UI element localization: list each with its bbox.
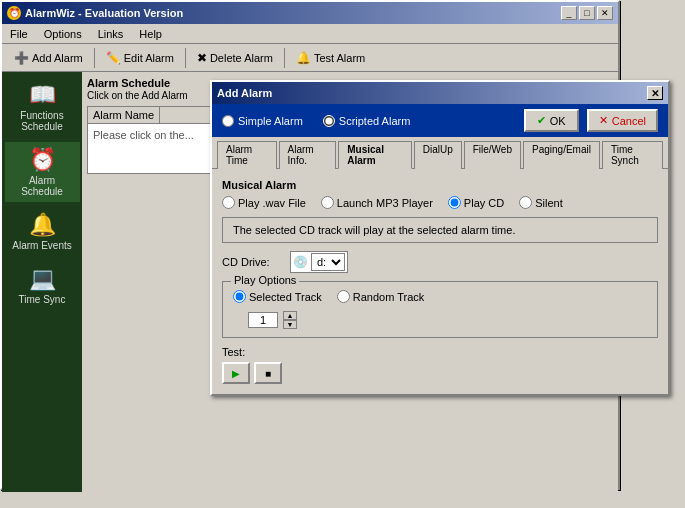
dialog-body: Musical Alarm Play .wav File Launch MP3 … [212, 169, 668, 394]
info-box: The selected CD track will play at the s… [222, 217, 658, 243]
sidebar-item-functions[interactable]: 📖 Functions Schedule [5, 77, 80, 137]
sidebar-item-alarm-events[interactable]: 🔔 Alarm Events [5, 207, 80, 256]
silent-radio[interactable] [519, 196, 532, 209]
minimize-button[interactable]: _ [561, 6, 577, 20]
cancel-button[interactable]: ✕ Cancel [587, 109, 658, 132]
ok-icon: ✔ [537, 114, 546, 127]
menu-options[interactable]: Options [41, 28, 85, 40]
main-title-bar: ⏰ AlarmWiz - Evaluation Version _ □ ✕ [2, 2, 618, 24]
scripted-alarm-radio[interactable] [323, 115, 335, 127]
stop-test-button[interactable]: ■ [254, 362, 282, 384]
cd-drive-select[interactable]: d: [311, 253, 345, 271]
stop-icon: ■ [265, 368, 271, 379]
edit-alarm-icon: ✏️ [106, 51, 121, 65]
random-track-option[interactable]: Random Track [337, 290, 425, 303]
add-alarm-button[interactable]: ➕ Add Alarm [7, 48, 90, 68]
alarm-schedule-icon: ⏰ [29, 147, 56, 173]
sidebar-item-alarm-schedule[interactable]: ⏰ Alarm Schedule [5, 142, 80, 202]
edit-alarm-button[interactable]: ✏️ Edit Alarm [99, 48, 181, 68]
selected-track-radio[interactable] [233, 290, 246, 303]
play-options-label: Play Options [231, 274, 299, 286]
play-cd-option[interactable]: Play CD [448, 196, 504, 209]
functions-icon: 📖 [29, 82, 56, 108]
cd-icon: 💿 [293, 255, 308, 269]
add-alarm-dialog: Add Alarm ✕ Simple Alarm Scripted Alarm … [210, 80, 670, 396]
launch-mp3-option[interactable]: Launch MP3 Player [321, 196, 433, 209]
track-down-button[interactable]: ▼ [283, 320, 297, 329]
launch-mp3-radio[interactable] [321, 196, 334, 209]
tab-paging-email[interactable]: Paging/Email [523, 141, 600, 169]
toolbar-separator-1 [94, 48, 95, 68]
play-options-group: Play Options Selected Track Random Track… [222, 281, 658, 338]
musical-alarm-label: Musical Alarm [222, 179, 658, 191]
play-icon: ▶ [232, 368, 240, 379]
alarm-name-column: Alarm Name [88, 107, 160, 123]
main-close-button[interactable]: ✕ [597, 6, 613, 20]
cd-drive-row: CD Drive: 💿 d: [222, 251, 658, 273]
tab-alarm-info[interactable]: Alarm Info. [279, 141, 337, 169]
scripted-alarm-option[interactable]: Scripted Alarm [323, 115, 411, 127]
dialog-title: Add Alarm [217, 87, 272, 99]
dialog-tabs: Alarm Time Alarm Info. Musical Alarm Dia… [212, 137, 668, 169]
dialog-close-button[interactable]: ✕ [647, 86, 663, 100]
cd-drive-select-wrapper[interactable]: 💿 d: [290, 251, 348, 273]
toolbar-separator-2 [185, 48, 186, 68]
maximize-button[interactable]: □ [579, 6, 595, 20]
add-alarm-icon: ➕ [14, 51, 29, 65]
menu-file[interactable]: File [7, 28, 31, 40]
tab-musical-alarm[interactable]: Musical Alarm [338, 141, 411, 169]
simple-alarm-option[interactable]: Simple Alarm [222, 115, 303, 127]
sidebar-item-time-sync[interactable]: 💻 Time Sync [5, 261, 80, 310]
play-cd-radio[interactable] [448, 196, 461, 209]
app-icon: ⏰ [7, 6, 21, 20]
toolbar-separator-3 [284, 48, 285, 68]
menu-bar: File Options Links Help [2, 24, 618, 44]
delete-alarm-button[interactable]: ✖ Delete Alarm [190, 48, 280, 68]
playback-options-row: Play .wav File Launch MP3 Player Play CD… [222, 196, 658, 209]
simple-alarm-radio[interactable] [222, 115, 234, 127]
test-label: Test: [222, 346, 658, 358]
cancel-icon: ✕ [599, 114, 608, 127]
delete-alarm-icon: ✖ [197, 51, 207, 65]
sidebar: 📖 Functions Schedule ⏰ Alarm Schedule 🔔 … [2, 72, 82, 492]
play-wav-option[interactable]: Play .wav File [222, 196, 306, 209]
test-alarm-button[interactable]: 🔔 Test Alarm [289, 48, 372, 68]
dialog-title-bar: Add Alarm ✕ [212, 82, 668, 104]
toolbar: ➕ Add Alarm ✏️ Edit Alarm ✖ Delete Alarm… [2, 44, 618, 72]
track-up-button[interactable]: ▲ [283, 311, 297, 320]
main-title: AlarmWiz - Evaluation Version [25, 7, 183, 19]
tab-time-synch[interactable]: Time Synch [602, 141, 663, 169]
tab-dialup[interactable]: DialUp [414, 141, 462, 169]
ok-button[interactable]: ✔ OK [524, 109, 579, 132]
silent-option[interactable]: Silent [519, 196, 563, 209]
selected-track-option[interactable]: Selected Track [233, 290, 322, 303]
menu-help[interactable]: Help [136, 28, 165, 40]
cd-drive-label: CD Drive: [222, 256, 282, 268]
time-sync-icon: 💻 [29, 266, 56, 292]
alarm-events-icon: 🔔 [29, 212, 56, 238]
test-section: Test: ▶ ■ [222, 346, 658, 384]
play-test-button[interactable]: ▶ [222, 362, 250, 384]
test-alarm-icon: 🔔 [296, 51, 311, 65]
tab-alarm-time[interactable]: Alarm Time [217, 141, 277, 169]
random-track-radio[interactable] [337, 290, 350, 303]
track-number-input[interactable] [248, 312, 278, 328]
radio-bar: Simple Alarm Scripted Alarm ✔ OK ✕ Cance… [212, 104, 668, 137]
menu-links[interactable]: Links [95, 28, 127, 40]
play-wav-radio[interactable] [222, 196, 235, 209]
tab-file-web[interactable]: File/Web [464, 141, 521, 169]
